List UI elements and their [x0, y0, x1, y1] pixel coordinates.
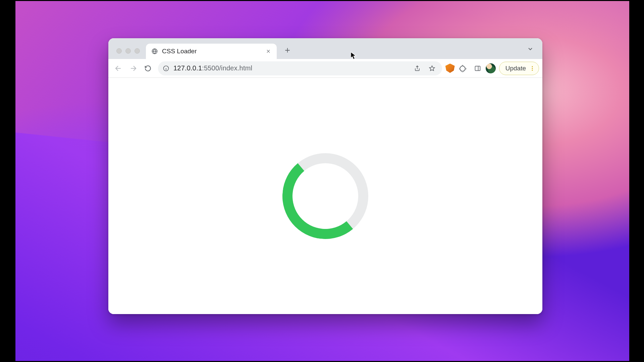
new-tab-button[interactable] [281, 44, 293, 56]
profile-avatar[interactable] [486, 63, 496, 73]
window-minimize-button[interactable] [125, 48, 131, 54]
tab-active[interactable]: CSS Loader [146, 44, 277, 59]
tab-close-button[interactable] [265, 48, 272, 55]
share-icon[interactable] [412, 63, 423, 74]
tab-strip: CSS Loader [108, 38, 542, 59]
url-text: 127.0.0.1:5500/index.html [173, 64, 252, 72]
menu-dots-icon[interactable] [529, 65, 535, 71]
back-button[interactable] [112, 62, 125, 75]
extensions-button[interactable] [456, 62, 470, 75]
globe-icon [151, 48, 158, 55]
site-info-icon[interactable] [163, 65, 169, 72]
page-viewport [108, 78, 542, 314]
address-bar[interactable]: 127.0.0.1:5500/index.html [158, 61, 442, 75]
browser-window: CSS Loader [108, 38, 542, 314]
extension-metamask[interactable] [445, 64, 455, 73]
svg-point-4 [532, 68, 533, 69]
toolbar: 127.0.0.1:5500/index.html [108, 59, 542, 78]
update-button[interactable]: Update [499, 62, 539, 75]
forward-button[interactable] [126, 62, 140, 75]
url-path: :5500/index.html [202, 64, 252, 72]
svg-rect-2 [475, 66, 480, 70]
url-host: 127.0.0.1 [173, 64, 202, 72]
tabs-dropdown-button[interactable] [524, 43, 536, 55]
reload-button[interactable] [141, 62, 155, 75]
side-panel-button[interactable] [471, 62, 484, 75]
css-loader-spinner [282, 153, 368, 239]
tab-title: CSS Loader [162, 48, 261, 55]
svg-point-5 [532, 69, 533, 70]
bookmark-star-icon[interactable] [427, 63, 437, 74]
spinner-arc [279, 149, 372, 242]
window-controls [113, 48, 146, 59]
window-zoom-button[interactable] [135, 48, 140, 54]
update-label: Update [505, 65, 526, 72]
window-close-button[interactable] [116, 48, 122, 54]
svg-point-3 [532, 66, 533, 67]
mouse-cursor-icon [351, 52, 357, 60]
